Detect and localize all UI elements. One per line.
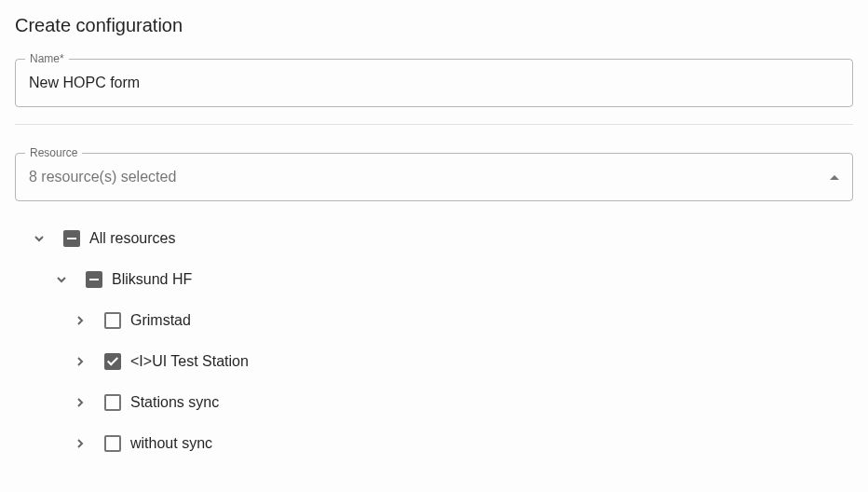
name-input[interactable] xyxy=(16,60,852,106)
tree-label: All resources xyxy=(89,230,175,247)
tree-node-bliksund-hf: Bliksund HF xyxy=(15,259,853,300)
tree-node-all-resources: All resources xyxy=(15,218,853,259)
expand-icon[interactable] xyxy=(69,350,91,373)
checkbox-bliksund-hf[interactable] xyxy=(86,271,102,288)
tree-label: Stations sync xyxy=(130,394,219,411)
expand-icon[interactable] xyxy=(69,309,91,332)
tree-node-stations-sync: Stations sync xyxy=(15,382,853,423)
resource-select[interactable]: Resource 8 resource(s) selected xyxy=(15,153,853,201)
checkbox-stations-sync[interactable] xyxy=(104,394,121,411)
expand-icon[interactable] xyxy=(69,391,91,414)
name-field-wrapper: Name* xyxy=(15,59,853,107)
resource-field-label: Resource xyxy=(25,146,82,159)
arrow-up-icon xyxy=(830,175,839,180)
section-divider xyxy=(15,124,853,125)
collapse-icon[interactable] xyxy=(50,268,73,291)
tree-node-ui-test-station: <I>UI Test Station xyxy=(15,341,853,382)
tree-label: <I>UI Test Station xyxy=(130,353,249,370)
collapse-icon[interactable] xyxy=(28,227,50,250)
page-title: Create configuration xyxy=(15,15,853,36)
checkbox-grimstad[interactable] xyxy=(104,312,121,329)
resource-select-value: 8 resource(s) selected xyxy=(29,169,176,185)
expand-icon[interactable] xyxy=(69,432,91,455)
tree-label: without sync xyxy=(130,435,212,452)
checkbox-ui-test-station[interactable] xyxy=(104,353,121,370)
tree-node-grimstad: Grimstad xyxy=(15,300,853,341)
name-field-label: Name* xyxy=(25,52,69,65)
tree-label: Grimstad xyxy=(130,312,191,329)
tree-label: Bliksund HF xyxy=(112,271,192,288)
checkbox-all-resources[interactable] xyxy=(63,230,80,247)
checkbox-without-sync[interactable] xyxy=(104,435,121,452)
tree-node-without-sync: without sync xyxy=(15,423,853,464)
resource-tree: All resources Bliksund HF Grimstad <I>UI… xyxy=(15,218,853,464)
